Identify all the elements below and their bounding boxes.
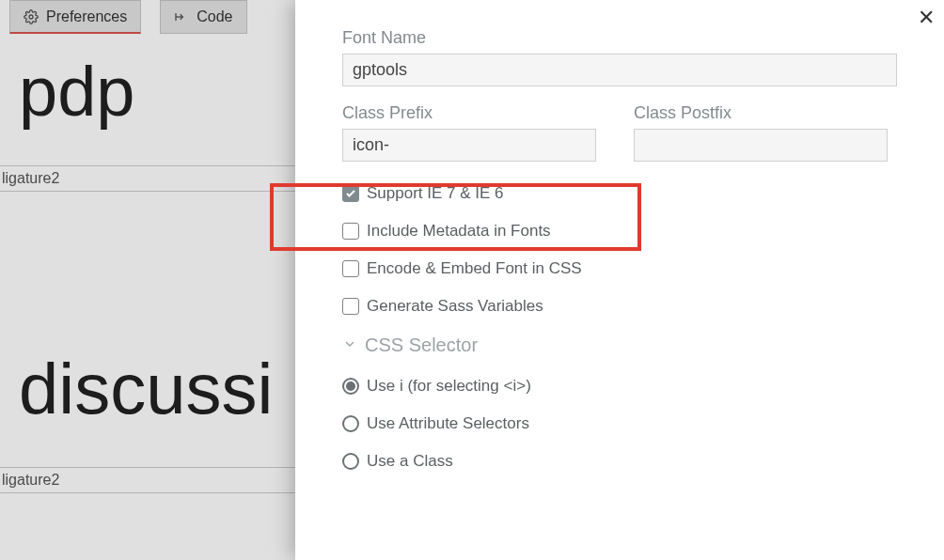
css-selector-section-toggle[interactable]: CSS Selector	[342, 334, 897, 356]
close-button[interactable]: ✕	[918, 6, 935, 30]
generate-sass-checkbox[interactable]	[342, 298, 359, 315]
codes-icon	[174, 9, 189, 24]
class-prefix-input[interactable]	[342, 129, 596, 162]
gear-icon	[24, 9, 39, 24]
class-postfix-input[interactable]	[634, 129, 888, 162]
include-metadata-checkbox[interactable]	[342, 223, 359, 240]
include-metadata-label: Include Metadata in Fonts	[367, 222, 551, 241]
generate-sass-label: Generate Sass Variables	[367, 297, 543, 316]
css-selector-section-label: CSS Selector	[365, 334, 478, 356]
use-attr-radio[interactable]	[342, 415, 359, 432]
support-ie-checkbox[interactable]	[342, 185, 359, 202]
glyph-preview-2: discussi	[19, 348, 273, 429]
codes-tab[interactable]: Code	[160, 0, 246, 34]
chevron-down-icon	[342, 334, 357, 356]
preferences-modal: ✕ Font Name Class Prefix Class Postfix S…	[295, 0, 944, 560]
use-class-radio[interactable]	[342, 453, 359, 470]
class-postfix-label: Class Postfix	[634, 103, 888, 123]
font-name-label: Font Name	[342, 28, 897, 48]
preferences-tab-label: Preferences	[46, 8, 127, 25]
support-ie-label: Support IE 7 & IE 6	[367, 184, 504, 203]
svg-point-0	[29, 15, 33, 19]
encode-embed-label: Encode & Embed Font in CSS	[367, 259, 582, 278]
close-icon: ✕	[918, 6, 935, 29]
use-i-radio[interactable]	[342, 378, 359, 395]
codes-tab-label: Code	[197, 8, 232, 25]
class-prefix-label: Class Prefix	[342, 103, 596, 123]
font-name-input[interactable]	[342, 54, 897, 86]
use-attr-label: Use Attribute Selectors	[367, 414, 529, 433]
preferences-tab[interactable]: Preferences	[9, 0, 141, 34]
encode-embed-checkbox[interactable]	[342, 260, 359, 277]
glyph-preview-1: pdp	[19, 52, 134, 132]
use-class-label: Use a Class	[367, 452, 453, 471]
use-i-label: Use i (for selecting <i>)	[367, 377, 531, 396]
